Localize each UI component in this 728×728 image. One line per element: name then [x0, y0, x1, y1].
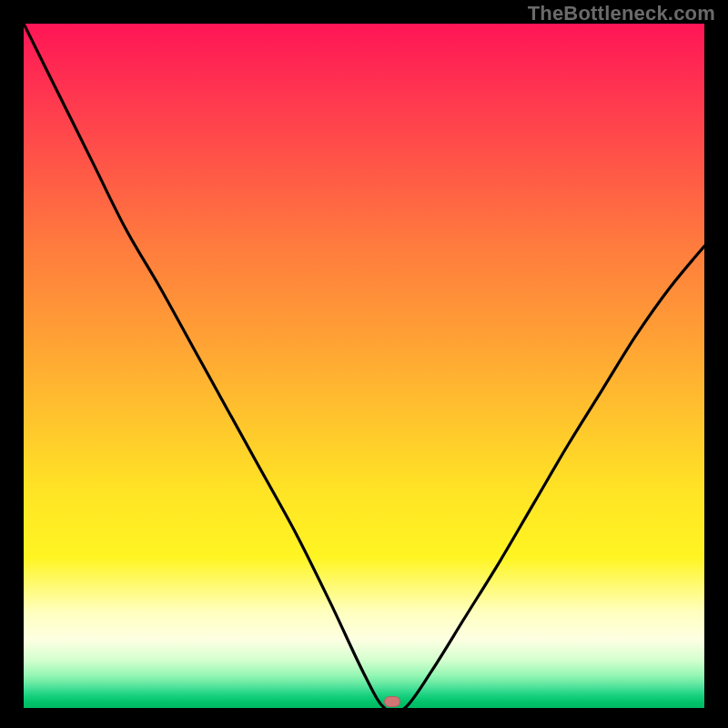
minimum-marker [384, 696, 400, 707]
plot-area [24, 24, 704, 708]
watermark-text: TheBottleneck.com [528, 2, 715, 25]
bottleneck-curve [24, 24, 704, 708]
chart-frame: TheBottleneck.com [0, 0, 728, 728]
